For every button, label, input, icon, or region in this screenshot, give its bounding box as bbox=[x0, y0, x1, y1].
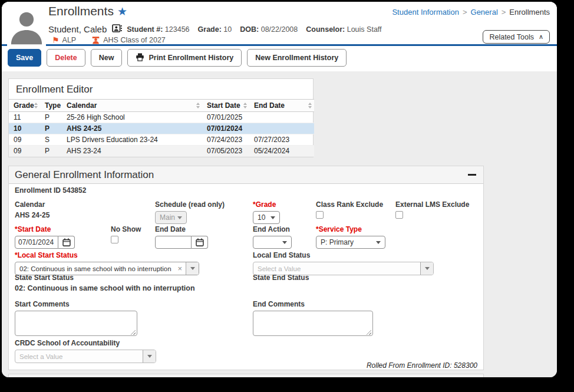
breadcrumb-general[interactable]: General bbox=[471, 8, 498, 17]
enrollment-id-text: Enrollment ID 543852 bbox=[15, 186, 86, 195]
column-header-type[interactable]: Type bbox=[40, 100, 62, 112]
start-date-input[interactable] bbox=[15, 236, 58, 249]
enrollment-row-drivers-ed[interactable]: 09 S LPS Drivers Education 23-24 07/24/2… bbox=[9, 134, 314, 146]
cell-type[interactable]: P bbox=[40, 146, 62, 157]
cell-calendar[interactable]: AHS 24-25 bbox=[62, 123, 202, 134]
breadcrumb-student-information[interactable]: Student Information bbox=[392, 8, 458, 17]
end-date-calendar-button[interactable] bbox=[192, 236, 208, 249]
schedule-label: Schedule (read only) bbox=[155, 200, 225, 209]
end-date-input[interactable] bbox=[155, 236, 192, 249]
flag-class-of-2027[interactable]: AHS Class of 2027 bbox=[91, 36, 166, 44]
cell-type[interactable]: P bbox=[40, 112, 62, 123]
column-header-calendar[interactable]: Calendar bbox=[62, 100, 202, 112]
clear-x-icon[interactable] bbox=[174, 262, 186, 275]
new-button[interactable]: New bbox=[91, 49, 123, 67]
local-end-status-label: Local End Status bbox=[253, 251, 434, 259]
enrollment-table-header-row: Grade Type Calendar Start Date End Date bbox=[9, 100, 314, 112]
flag-alp[interactable]: ALP bbox=[52, 35, 76, 45]
counselor-value: Louis Staff bbox=[347, 25, 382, 34]
delete-button[interactable]: Delete bbox=[47, 49, 85, 67]
breadcrumb-separator bbox=[502, 8, 506, 17]
cell-grade[interactable]: 11 bbox=[9, 112, 40, 123]
cell-end-date[interactable]: 05/24/2024 bbox=[249, 146, 314, 157]
cell-type[interactable]: S bbox=[40, 134, 62, 146]
enrollment-row-2024-selected[interactable]: 10 P AHS 24-25 07/01/2024 bbox=[9, 123, 314, 134]
enrollment-table: Grade Type Calendar Start Date End Date … bbox=[9, 99, 314, 157]
dropdown-arrow-button[interactable] bbox=[186, 262, 199, 275]
cell-start-date[interactable]: 07/01/2024 bbox=[202, 123, 249, 134]
dropdown-arrow-button[interactable] bbox=[420, 262, 433, 275]
schedule-field: Schedule (read only) Main bbox=[155, 200, 225, 224]
sort-icon bbox=[308, 103, 312, 108]
rolled-from-note: Rolled From Enrollment ID: 528300 bbox=[367, 361, 477, 370]
content-area: Enrollment Editor Grade Type Calendar St… bbox=[2, 71, 557, 377]
future-enrollment-header[interactable]: Future Enrollment bbox=[9, 374, 483, 377]
dropdown-arrow-button[interactable] bbox=[143, 350, 156, 363]
local-end-status-placeholder: Select a Value bbox=[253, 262, 420, 275]
no-show-label: No Show bbox=[111, 225, 141, 233]
cell-start-date[interactable]: 07/24/2023 bbox=[202, 134, 249, 146]
end-comments-textarea[interactable] bbox=[253, 311, 373, 336]
service-type-select[interactable]: P: Primary bbox=[316, 236, 385, 249]
dob-value: 08/22/2008 bbox=[261, 25, 298, 34]
general-enrollment-header[interactable]: General Enrollment Information bbox=[9, 166, 483, 184]
general-enrollment-body: Enrollment ID 543852 Calendar AHS 24-25 … bbox=[9, 184, 483, 370]
crdc-combobox[interactable]: Select a Value bbox=[15, 350, 156, 363]
column-label: Type bbox=[45, 101, 61, 110]
sort-icon bbox=[243, 103, 247, 108]
start-date-field: *Start Date bbox=[15, 225, 75, 249]
cell-end-date[interactable] bbox=[249, 112, 314, 123]
state-end-status-field: State End Status bbox=[253, 274, 309, 284]
end-comments-label: End Comments bbox=[253, 300, 373, 308]
cell-start-date[interactable]: 07/01/2025 bbox=[202, 112, 249, 123]
external-lms-exclude-checkbox[interactable] bbox=[395, 211, 403, 219]
grade-field: *Grade 10 bbox=[253, 200, 280, 224]
column-label: Start Date bbox=[207, 101, 240, 110]
schedule-value: Main bbox=[160, 213, 175, 222]
grade-value: 10 bbox=[223, 25, 232, 34]
start-comments-field: Start Comments bbox=[15, 300, 137, 338]
class-rank-exclude-checkbox[interactable] bbox=[316, 211, 324, 219]
no-show-checkbox[interactable] bbox=[111, 236, 118, 243]
local-end-status-field: Local End Status Select a Value bbox=[253, 251, 434, 275]
favorite-star-icon[interactable] bbox=[117, 5, 127, 18]
cell-grade[interactable]: 10 bbox=[9, 123, 40, 134]
start-date-calendar-button[interactable] bbox=[58, 236, 75, 249]
cell-grade[interactable]: 09 bbox=[9, 134, 40, 146]
end-action-select[interactable] bbox=[253, 236, 292, 249]
general-enrollment-title: General Enrollment Information bbox=[15, 169, 154, 180]
external-lms-exclude-label: External LMS Exclude bbox=[395, 200, 469, 209]
no-show-field: No Show bbox=[111, 225, 141, 245]
calendar-icon bbox=[196, 238, 204, 246]
column-header-start-date[interactable]: Start Date bbox=[202, 100, 249, 112]
save-button[interactable]: Save bbox=[8, 49, 41, 67]
enrollment-editor-card: Enrollment Editor Grade Type Calendar St… bbox=[8, 78, 314, 157]
graduation-person-icon bbox=[91, 36, 100, 44]
print-enrollment-history-button[interactable]: Print Enrollment History bbox=[127, 49, 242, 67]
cell-calendar[interactable]: LPS Drivers Education 23-24 bbox=[62, 134, 202, 146]
cell-end-date[interactable] bbox=[249, 123, 314, 134]
cell-grade[interactable]: 09 bbox=[9, 146, 40, 157]
column-header-end-date[interactable]: End Date bbox=[249, 100, 314, 112]
cell-type[interactable]: P bbox=[40, 123, 62, 134]
crdc-field: CRDC School of Accountability Select a V… bbox=[15, 339, 156, 363]
start-comments-textarea[interactable] bbox=[15, 311, 137, 336]
grade-select[interactable]: 10 bbox=[253, 211, 280, 224]
cell-end-date[interactable]: 07/27/2023 bbox=[249, 134, 314, 146]
column-header-grade[interactable]: Grade bbox=[9, 100, 40, 112]
id-card-icon[interactable] bbox=[112, 24, 122, 34]
column-label: Grade bbox=[14, 101, 34, 110]
cell-calendar[interactable]: 25-26 High School bbox=[62, 112, 202, 123]
flag-alp-label: ALP bbox=[62, 36, 77, 44]
collapse-minus-icon[interactable] bbox=[468, 174, 476, 176]
new-enrollment-history-button[interactable]: New Enrollment History bbox=[247, 49, 347, 67]
cell-calendar[interactable]: AHS 23-24 bbox=[62, 146, 202, 157]
column-label: End Date bbox=[254, 101, 285, 110]
external-lms-exclude-field: External LMS Exclude bbox=[395, 200, 469, 220]
student-number-label: Student #: bbox=[127, 25, 163, 34]
cell-start-date[interactable]: 07/05/2023 bbox=[202, 146, 249, 157]
related-tools-button[interactable]: Related Tools bbox=[483, 30, 550, 44]
enrollment-row-2025[interactable]: 11 P 25-26 High School 07/01/2025 bbox=[9, 112, 314, 123]
enrollment-row-2023[interactable]: 09 P AHS 23-24 07/05/2023 05/24/2024 bbox=[9, 146, 314, 157]
printer-icon bbox=[136, 53, 144, 63]
